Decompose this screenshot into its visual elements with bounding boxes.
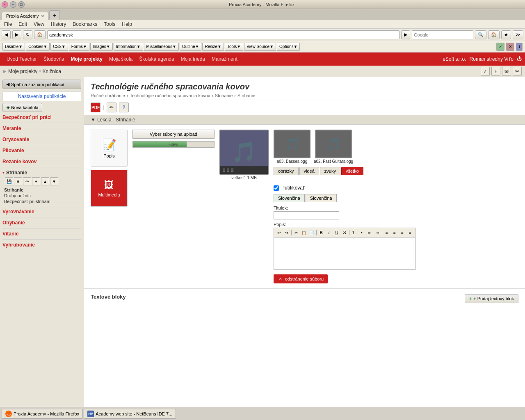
toolbar-check[interactable]: ✓ [496,43,504,51]
tab-vsetko[interactable]: všetko [341,167,363,175]
rte-underline[interactable]: U [333,229,340,236]
minimize-button[interactable]: − [10,1,16,8]
chapter-strihanie-title[interactable]: Strihanie [6,169,27,176]
url-input[interactable] [47,30,399,39]
sub-bezpecnost-strihari[interactable]: Bezpečnosť pri strihaní [2,199,81,204]
nav-more-button[interactable]: ≫ [513,30,523,39]
toolbar-error[interactable]: ✕ [506,43,514,51]
tab-videa[interactable]: videá [299,167,319,175]
rte-ol[interactable]: 1. [350,229,358,236]
rte-align-right[interactable]: ≡ [399,229,406,236]
help-icon[interactable]: ? [119,103,129,112]
toolbar-tools[interactable]: Tools▼ [225,43,243,51]
down-action[interactable]: ▼ [50,177,58,185]
toolbar-images[interactable]: Images▼ [90,43,113,51]
forward-button[interactable]: ▶ [12,30,21,39]
tab-zvuky[interactable]: zvuky [320,167,340,175]
breadcrumb-icon-4[interactable]: ✂ [513,67,522,76]
rte-bold[interactable]: B [317,229,325,236]
search-button[interactable]: 🔍 [475,30,486,39]
audio-thumb-2[interactable]: 🎵 a02. Fast Guitars.ogg [314,130,353,164]
nav-uvod-teacher[interactable]: Uvod Teacher [3,55,40,64]
menu-file[interactable]: File [2,21,14,28]
menu-help[interactable]: Help [119,21,135,28]
breadcrumb-icon-2[interactable]: + [491,67,500,76]
rte-indent-more[interactable]: ⇥ [374,229,381,236]
home-nav-button[interactable]: 🏠 [488,30,500,39]
lang-tab-1[interactable]: Slovenčina [274,194,305,202]
rte-strike[interactable]: S [341,229,348,236]
toolbar-outline[interactable]: Outline▼ [180,43,202,51]
popis-panel[interactable]: 📝 Popis [91,130,128,167]
nav-skolska-agenda[interactable]: Školská agenda [136,55,177,64]
toolbar-resize[interactable]: Resize▼ [202,43,224,51]
menu-edit[interactable]: Edit [16,21,30,28]
status-netbeans[interactable]: NB Academy web site - NetBeans IDE 7... [84,409,176,419]
menu-history[interactable]: History [48,21,68,28]
close-button[interactable]: × [2,1,8,8]
text-action[interactable]: ≡ [14,177,22,185]
reload-button[interactable]: ↻ [23,30,32,39]
toolbar-information[interactable]: Information▼ [114,43,143,51]
home-button[interactable]: 🏠 [34,30,46,39]
menu-view[interactable]: View [31,21,47,28]
remove-file-button[interactable]: ✕ odstránenie súboru [274,274,328,283]
add-action[interactable]: + [32,177,40,185]
upload-button[interactable]: Vyber súbory na upload [132,130,215,139]
chapter-orysovanie-title[interactable]: Orysovanie [2,136,81,143]
breadcrumb-icon-3[interactable]: ✉ [502,67,511,76]
pub-settings-link[interactable]: Nastavenia publikácie [2,91,81,101]
logout-icon[interactable]: ⏻ [517,56,522,62]
pdf-icon[interactable]: PDF [91,103,100,112]
search-input[interactable] [412,30,473,39]
bookmark-button[interactable]: ★ [501,30,511,39]
tab-obrazky[interactable]: obrázky [274,167,299,175]
chapter-rezanie-title[interactable]: Rezanie kovov [2,158,81,165]
chapter-bezpecnost-title[interactable]: Bezpečnosť pri práci [2,114,81,121]
rte-align-center[interactable]: ≡ [391,229,398,236]
rte-ul[interactable]: • [358,229,365,236]
menu-tools[interactable]: Tools [101,21,118,28]
nav-moja-skola[interactable]: Moja škola [106,55,136,64]
popis-textarea[interactable] [274,237,415,270]
titulok-input[interactable] [274,211,339,219]
toolbar-view-source[interactable]: View Source▼ [244,43,276,51]
browser-tab[interactable]: Proxia Academy × [2,12,48,20]
up-action[interactable]: ▲ [41,177,49,185]
new-tab-button[interactable]: + [49,10,60,20]
toolbar-css[interactable]: CSS▼ [50,43,68,51]
breadcrumb-moje-projekty[interactable]: Moje projekty [8,68,37,74]
rte-cut[interactable]: ✂ [292,229,300,236]
new-chapter-button[interactable]: + + Nová kapitola [2,103,42,112]
multimedia-panel[interactable]: 🖼 Multimedia [91,170,128,207]
rte-copy[interactable]: 📋 [300,229,308,236]
go-button[interactable]: ▶ [401,30,410,39]
chapter-ohybanie-title[interactable]: Ohýbanie [2,219,81,226]
chapter-vitanie-title[interactable]: Vítanie [2,230,81,237]
toolbar-cookies[interactable]: Cookies▼ [26,43,50,51]
rte-align-justify[interactable]: ≡ [406,229,414,236]
toolbar-info[interactable]: ℹ [516,43,523,51]
audio-thumb-1[interactable]: 🎵 a03. Basses.ogg [274,130,310,164]
chapter-vyhrubovanie-title[interactable]: Vyhrubovanie [2,241,81,249]
rte-redo[interactable]: ↪ [283,229,290,236]
chapter-pilovanie-title[interactable]: Pilovanie [2,147,81,154]
rte-italic[interactable]: I [325,229,333,236]
nav-studovna[interactable]: Študovňa [40,55,68,64]
breadcrumb-kniznica[interactable]: Knižnica [43,68,61,74]
toolbar-options[interactable]: Options▼ [277,43,300,51]
edit-action[interactable]: ✏ [23,177,31,185]
rte-indent-less[interactable]: ⇤ [366,229,373,236]
save-action[interactable]: 💾 [5,177,13,185]
chapter-meranie-title[interactable]: Meranie [2,125,81,132]
tab-close[interactable]: × [41,14,43,18]
lang-tab-2[interactable]: Slovenčina [306,194,337,202]
nav-moja-trieda[interactable]: Moja trieda [178,55,208,64]
publish-checkbox[interactable] [274,185,279,191]
maximize-button[interactable]: □ [18,1,25,8]
toolbar-forms[interactable]: Forms▼ [69,43,89,51]
edit-icon[interactable]: ✏ [107,103,116,112]
toolbar-miscellaneous[interactable]: Miscellaneous▼ [144,43,179,51]
toolbar-disable[interactable]: Disable▼ [2,43,25,51]
rte-align-left[interactable]: ≡ [383,229,390,236]
